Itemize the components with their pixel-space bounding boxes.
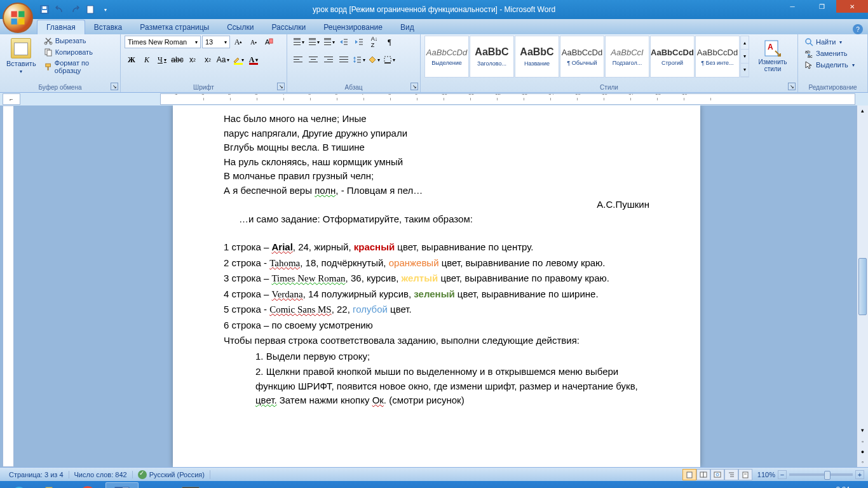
sort-button[interactable]: A↓Z: [367, 36, 381, 48]
winrar-icon[interactable]: [140, 482, 173, 488]
style-scroll-down[interactable]: ▾: [741, 50, 749, 63]
strikethrough-button[interactable]: abc: [170, 53, 184, 66]
paragraph-launcher[interactable]: ↘: [410, 83, 418, 90]
zoom-in-button[interactable]: +: [855, 470, 864, 479]
subscript-button[interactable]: x2: [186, 53, 200, 66]
chrome-icon[interactable]: [71, 482, 104, 488]
font-size-selector[interactable]: 13▾: [202, 36, 230, 48]
style-item[interactable]: AaBbCcIПодзагол...: [605, 36, 649, 78]
close-button[interactable]: ✕: [836, 0, 868, 13]
scroll-up-icon[interactable]: ▴: [857, 105, 868, 116]
tab-layout[interactable]: Разметка страницы: [131, 20, 218, 34]
change-styles-button[interactable]: A Изменить стили: [752, 36, 794, 75]
tab-view[interactable]: Вид: [391, 20, 423, 34]
new-doc-icon[interactable]: [84, 3, 97, 16]
save-icon[interactable]: [38, 3, 51, 16]
bullets-button[interactable]: ▾: [291, 36, 305, 48]
format-painter-button[interactable]: Формат по образцу: [41, 58, 116, 75]
shrink-font-button[interactable]: A▾: [247, 36, 261, 48]
page-container[interactable]: Нас было много на челне; Иные парус напр…: [17, 105, 857, 467]
explorer-icon[interactable]: [37, 482, 70, 488]
bold-button[interactable]: Ж: [125, 53, 139, 66]
line-spacing-button[interactable]: ▾: [352, 53, 366, 66]
page-indicator[interactable]: Страница: 3 из 4: [4, 471, 69, 478]
scroll-thumb[interactable]: [858, 258, 867, 315]
superscript-button[interactable]: x2: [201, 53, 215, 66]
redo-icon[interactable]: [69, 3, 81, 16]
maximize-button[interactable]: ❐: [807, 0, 836, 13]
language-indicator[interactable]: Русский (Россия): [133, 470, 210, 479]
style-item[interactable]: AaBbCcDdВыделение: [424, 36, 469, 78]
numbering-button[interactable]: ▾: [306, 36, 320, 48]
tab-mailings[interactable]: Рассылки: [262, 20, 315, 34]
web-view[interactable]: [710, 469, 724, 480]
align-center-button[interactable]: [306, 53, 320, 66]
zoom-out-button[interactable]: −: [778, 470, 787, 479]
style-item[interactable]: AaBbCНазвание: [515, 36, 559, 78]
word-icon[interactable]: W: [105, 482, 139, 488]
show-marks-button[interactable]: ¶: [383, 36, 397, 48]
tab-references[interactable]: Ссылки: [218, 20, 262, 34]
tab-insert[interactable]: Вставка: [85, 20, 132, 34]
browse-object-icon[interactable]: ●: [857, 447, 868, 457]
moviemaker-icon[interactable]: 3: [174, 482, 207, 488]
page[interactable]: Нас было много на челне; Иные парус напр…: [173, 105, 700, 467]
zoom-level[interactable]: 110%: [757, 471, 775, 478]
scroll-down-icon[interactable]: ▾: [857, 425, 868, 435]
styles-launcher[interactable]: ↘: [788, 83, 796, 90]
style-scroll-up[interactable]: ▴: [741, 36, 749, 50]
align-left-button[interactable]: [291, 53, 305, 66]
word-count[interactable]: Число слов: 842: [69, 471, 133, 478]
grow-font-button[interactable]: A▴: [231, 36, 245, 48]
decrease-indent-button[interactable]: [337, 36, 351, 48]
style-item[interactable]: AaBbCcDdСтрогий: [650, 36, 695, 78]
align-right-button[interactable]: [322, 53, 336, 66]
style-item[interactable]: AaBbCcDd¶ Без инте...: [695, 36, 740, 78]
select-button[interactable]: Выделить▾: [803, 60, 862, 70]
copy-button[interactable]: Копировать: [41, 47, 116, 57]
replace-button[interactable]: abacЗаменить: [803, 48, 862, 58]
ie-icon[interactable]: [3, 482, 36, 488]
change-case-button[interactable]: Aa▾: [216, 53, 230, 66]
clock[interactable]: 2:04 09.04.2013: [825, 485, 860, 488]
paste-button[interactable]: Вставить ▾: [4, 36, 39, 77]
increase-indent-button[interactable]: [352, 36, 366, 48]
style-item[interactable]: AaBbCcDd¶ Обычный: [560, 36, 604, 78]
shading-button[interactable]: ▾: [367, 53, 381, 66]
minimize-button[interactable]: ─: [778, 0, 807, 13]
outline-view[interactable]: [724, 469, 738, 480]
highlight-button[interactable]: ▾: [231, 53, 245, 66]
print-layout-view[interactable]: [682, 469, 696, 480]
vertical-scrollbar[interactable]: ▴ ▾ ◦ ● ◦: [857, 105, 868, 467]
horizontal-ruler[interactable]: 112345678910111213141516171819: [160, 93, 855, 105]
tab-review[interactable]: Рецензирование: [315, 20, 391, 34]
align-justify-button[interactable]: [337, 53, 351, 66]
cut-button[interactable]: Вырезать: [41, 36, 116, 46]
font-color-button[interactable]: A▾: [247, 53, 261, 66]
italic-button[interactable]: К: [140, 53, 154, 66]
zoom-slider[interactable]: [789, 473, 853, 476]
draft-view[interactable]: [738, 469, 752, 480]
font-name-selector[interactable]: Times New Roman▾: [125, 36, 201, 48]
multilevel-button[interactable]: ▾: [322, 36, 336, 48]
underline-button[interactable]: Ч▾: [155, 53, 169, 66]
tab-home[interactable]: Главная: [37, 20, 85, 34]
clipboard-launcher[interactable]: ↘: [111, 83, 118, 90]
find-button[interactable]: Найти▾: [803, 37, 862, 47]
vertical-ruler[interactable]: [3, 105, 14, 467]
style-expand[interactable]: ▾: [741, 64, 749, 77]
borders-button[interactable]: ▾: [383, 53, 397, 66]
prev-page-icon[interactable]: ◦: [857, 437, 868, 447]
clear-format-button[interactable]: A: [262, 36, 276, 48]
ruler-corner[interactable]: ⌐: [3, 93, 20, 105]
help-icon[interactable]: ?: [853, 24, 863, 34]
qat-dropdown-icon[interactable]: ▾: [99, 3, 112, 16]
next-page-icon[interactable]: ◦: [857, 457, 868, 467]
svg-rect-37: [714, 472, 721, 477]
style-item[interactable]: AaBbCЗаголово...: [470, 36, 514, 78]
fullscreen-view[interactable]: [696, 469, 710, 480]
office-button[interactable]: [3, 3, 33, 33]
font-launcher[interactable]: ↘: [277, 83, 285, 90]
undo-icon[interactable]: [53, 3, 66, 16]
svg-text:A: A: [768, 43, 773, 51]
